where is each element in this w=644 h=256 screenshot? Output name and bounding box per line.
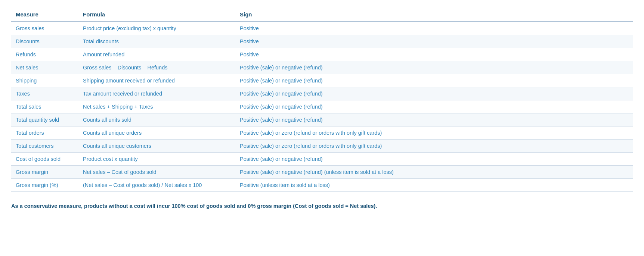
main-container: Measure Formula Sign Gross salesProduct … <box>11 7 633 210</box>
cell-formula: (Net sales – Cost of goods sold) / Net s… <box>78 179 235 192</box>
table-row: DiscountsTotal discountsPositive <box>11 35 633 48</box>
cell-formula: Shipping amount received or refunded <box>78 74 235 87</box>
cell-formula: Counts all units sold <box>78 113 235 127</box>
cell-measure: Total orders <box>11 127 78 140</box>
cell-sign: Positive (sale) or negative (refund) (un… <box>235 166 633 179</box>
cell-formula: Tax amount received or refunded <box>78 87 235 100</box>
table-body: Gross salesProduct price (excluding tax)… <box>11 22 633 192</box>
cell-sign: Positive <box>235 35 633 48</box>
table-row: Total quantity soldCounts all units sold… <box>11 113 633 127</box>
table-row: Net salesGross sales – Discounts – Refun… <box>11 61 633 74</box>
table-row: TaxesTax amount received or refundedPosi… <box>11 87 633 100</box>
cell-sign: Positive (sale) or negative (refund) <box>235 100 633 113</box>
measures-table: Measure Formula Sign Gross salesProduct … <box>11 7 633 192</box>
cell-sign: Positive <box>235 22 633 35</box>
header-measure: Measure <box>11 7 78 22</box>
table-row: Gross margin (%)(Net sales – Cost of goo… <box>11 179 633 192</box>
table-row: Gross marginNet sales – Cost of goods so… <box>11 166 633 179</box>
cell-measure: Cost of goods sold <box>11 153 78 166</box>
table-row: ShippingShipping amount received or refu… <box>11 74 633 87</box>
table-row: Total customersCounts all unique custome… <box>11 140 633 153</box>
header-formula: Formula <box>78 7 235 22</box>
cell-sign: Positive (sale) or negative (refund) <box>235 74 633 87</box>
cell-measure: Total sales <box>11 100 78 113</box>
cell-measure: Net sales <box>11 61 78 74</box>
table-row: Total ordersCounts all unique ordersPosi… <box>11 127 633 140</box>
cell-measure: Gross margin (%) <box>11 179 78 192</box>
cell-sign: Positive (sale) or zero (refund or order… <box>235 140 633 153</box>
table-row: Total salesNet sales + Shipping + TaxesP… <box>11 100 633 113</box>
cell-measure: Gross sales <box>11 22 78 35</box>
header-sign: Sign <box>235 7 633 22</box>
cell-measure: Total quantity sold <box>11 113 78 127</box>
cell-formula: Gross sales – Discounts – Refunds <box>78 61 235 74</box>
cell-formula: Counts all unique customers <box>78 140 235 153</box>
table-row: Cost of goods soldProduct cost x quantit… <box>11 153 633 166</box>
cell-measure: Discounts <box>11 35 78 48</box>
cell-formula: Net sales + Shipping + Taxes <box>78 100 235 113</box>
cell-sign: Positive (unless item is sold at a loss) <box>235 179 633 192</box>
cell-formula: Amount refunded <box>78 48 235 61</box>
cell-formula: Product price (excluding tax) x quantity <box>78 22 235 35</box>
cell-measure: Total customers <box>11 140 78 153</box>
cell-sign: Positive (sale) or negative (refund) <box>235 61 633 74</box>
footer-note: As a conservative measure, products with… <box>11 202 633 210</box>
cell-measure: Gross margin <box>11 166 78 179</box>
cell-sign: Positive <box>235 48 633 61</box>
cell-measure: Refunds <box>11 48 78 61</box>
cell-sign: Positive (sale) or zero (refund or order… <box>235 127 633 140</box>
cell-formula: Counts all unique orders <box>78 127 235 140</box>
cell-sign: Positive (sale) or negative (refund) <box>235 113 633 127</box>
table-row: Gross salesProduct price (excluding tax)… <box>11 22 633 35</box>
cell-sign: Positive (sale) or negative (refund) <box>235 87 633 100</box>
table-row: RefundsAmount refundedPositive <box>11 48 633 61</box>
cell-formula: Net sales – Cost of goods sold <box>78 166 235 179</box>
cell-measure: Shipping <box>11 74 78 87</box>
cell-formula: Total discounts <box>78 35 235 48</box>
cell-sign: Positive (sale) or negative (refund) <box>235 153 633 166</box>
cell-formula: Product cost x quantity <box>78 153 235 166</box>
cell-measure: Taxes <box>11 87 78 100</box>
table-header-row: Measure Formula Sign <box>11 7 633 22</box>
